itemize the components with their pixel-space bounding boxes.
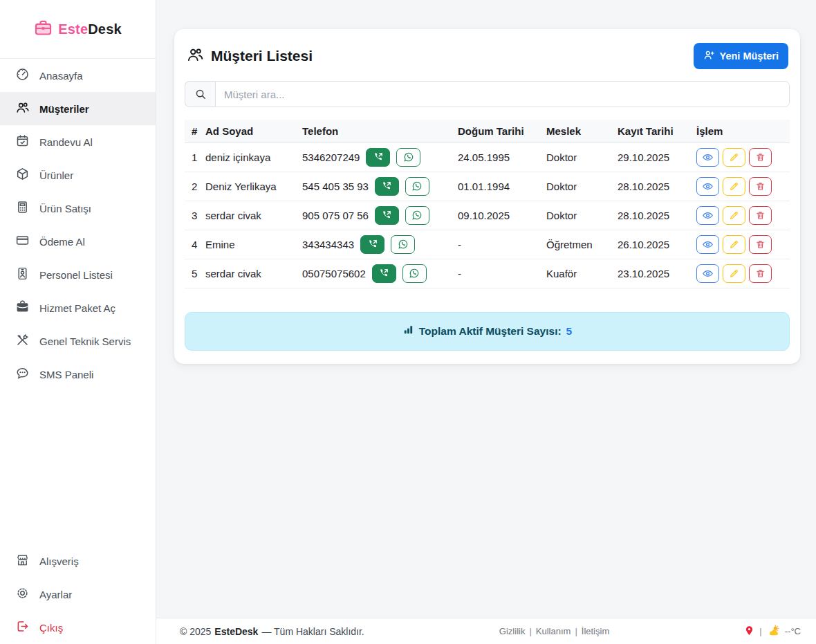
delete-button[interactable] <box>749 206 772 225</box>
app-title: EsteDesk <box>58 21 122 37</box>
column-header-birth: Doğum Tarihi <box>458 120 546 142</box>
edit-button[interactable] <box>723 148 745 167</box>
sidebar-item-label: Ödeme Al <box>39 236 85 248</box>
customer-birth-date: - <box>458 259 546 288</box>
new-customer-button-label: Yeni Müşteri <box>720 50 779 62</box>
footer-link-kullanim[interactable]: Kullanım <box>536 626 571 636</box>
edit-button[interactable] <box>723 206 745 225</box>
delete-button[interactable] <box>749 148 772 167</box>
delete-button[interactable] <box>749 177 772 196</box>
call-button[interactable] <box>366 148 390 167</box>
sidebar-item-genel-teknik-servis[interactable]: Genel Teknik Servis <box>0 324 156 358</box>
customer-phone: 545 405 35 93 <box>302 181 369 192</box>
edit-button[interactable] <box>723 235 745 254</box>
view-button[interactable] <box>696 206 719 225</box>
row-number: 2 <box>185 172 205 201</box>
view-button[interactable] <box>696 264 719 283</box>
bar-chart-icon <box>402 324 414 338</box>
whatsapp-button[interactable] <box>405 177 429 196</box>
location-pin-icon[interactable] <box>744 625 754 638</box>
logout-icon <box>15 619 30 636</box>
delete-button[interactable] <box>749 235 772 254</box>
sidebar-item-urunler[interactable]: Ürünler <box>0 158 156 192</box>
sidebar-item-label: Genel Teknik Servis <box>39 335 131 347</box>
edit-button[interactable] <box>723 177 745 196</box>
footer-brand: EsteDesk <box>214 626 258 637</box>
call-button[interactable] <box>375 177 399 196</box>
sidebar-item-personel-listesi[interactable]: Personel Listesi <box>0 258 156 291</box>
customer-job: Doktor <box>546 201 618 230</box>
sidebar-item-musteriler[interactable]: Müşteriler <box>0 92 156 125</box>
sidebar-item-label: Ürünler <box>39 169 73 181</box>
chat-dots-icon <box>15 366 30 383</box>
briefcase-logo-icon <box>34 19 53 40</box>
table-row: 5 serdar civak 05075075602 - Kuaför 23.1… <box>185 259 790 288</box>
customer-register-date: 23.10.2025 <box>618 259 696 288</box>
search-input[interactable] <box>215 81 790 107</box>
separator: | <box>575 626 577 636</box>
whatsapp-button[interactable] <box>402 264 427 283</box>
row-number: 4 <box>185 230 205 259</box>
copyright-prefix: © 2025 <box>180 626 211 637</box>
sidebar-item-label: Ürün Satışı <box>39 203 91 214</box>
separator: | <box>529 626 531 636</box>
gear-icon <box>15 586 30 602</box>
sidebar-item-label: Müşteriler <box>39 103 89 115</box>
view-button[interactable] <box>696 235 719 254</box>
delete-button[interactable] <box>749 264 772 283</box>
call-button[interactable] <box>375 206 399 225</box>
main-area: Müşteri Listesi Yeni Müşteri # <box>156 0 816 644</box>
sidebar-item-alisveris[interactable]: Alışveriş <box>0 544 156 578</box>
customer-job: Kuaför <box>546 259 618 288</box>
whatsapp-button[interactable] <box>396 148 420 167</box>
active-customer-summary: Toplam Aktif Müşteri Sayısı: 5 <box>185 312 790 351</box>
temperature-label: --°C <box>785 626 801 636</box>
sidebar-item-hizmet-paket-ac[interactable]: Hizmet Paket Aç <box>0 291 156 324</box>
sidebar-item-cikis[interactable]: Çıkış <box>0 611 156 644</box>
view-button[interactable] <box>696 148 719 167</box>
call-button[interactable] <box>372 264 396 283</box>
app-logo[interactable]: EsteDesk <box>0 0 156 59</box>
sun-cloud-icon <box>767 624 780 639</box>
sidebar-item-label: Randevu Al <box>39 136 93 148</box>
column-header-num: # <box>185 120 205 142</box>
customer-list-card: Müşteri Listesi Yeni Müşteri # <box>174 29 800 364</box>
copyright-suffix: — Tüm Hakları Saklıdır. <box>261 626 364 637</box>
customer-phone-cell: 905 075 07 56 <box>302 201 458 230</box>
edit-button[interactable] <box>723 264 745 283</box>
calendar-check-icon <box>15 134 30 150</box>
table-row: 4 Emine 343434343 - Öğretmen 26.10.2025 <box>185 230 790 259</box>
table-row: 2 Deniz Yerlikaya 545 405 35 93 01.01.19… <box>185 172 790 201</box>
row-actions-cell <box>696 259 790 288</box>
sidebar-item-anasayfa[interactable]: Anasayfa <box>0 59 156 92</box>
shop-icon <box>15 553 30 569</box>
customer-phone-cell: 05075075602 <box>302 259 458 288</box>
people-icon <box>186 46 204 66</box>
column-header-actions: İşlem <box>696 120 790 142</box>
sidebar-item-urun-satisi[interactable]: Ürün Satışı <box>0 192 156 225</box>
sidebar-item-randevu-al[interactable]: Randevu Al <box>0 125 156 158</box>
footer-link-iletisim[interactable]: İletişim <box>582 626 609 636</box>
row-number: 1 <box>185 142 205 172</box>
customer-job: Öğretmen <box>546 230 618 259</box>
sidebar-nav: Anasayfa Müşteriler Randevu Al Ürünler Ü… <box>0 59 156 391</box>
sidebar-item-odeme-al[interactable]: Ödeme Al <box>0 225 156 258</box>
person-badge-icon <box>15 266 30 283</box>
footer: © 2025 EsteDesk — Tüm Hakları Saklıdır. … <box>156 618 816 644</box>
new-customer-button[interactable]: Yeni Müşteri <box>694 43 788 69</box>
call-button[interactable] <box>360 235 384 254</box>
whatsapp-button[interactable] <box>405 206 429 225</box>
customer-job: Doktor <box>546 172 618 201</box>
sidebar-item-ayarlar[interactable]: Ayarlar <box>0 578 156 611</box>
customer-phone: 905 075 07 56 <box>302 210 369 221</box>
customer-phone-cell: 343434343 <box>302 230 458 259</box>
row-actions-cell <box>696 172 790 201</box>
page-title: Müşteri Listesi <box>211 48 313 64</box>
view-button[interactable] <box>696 177 719 196</box>
whatsapp-button[interactable] <box>391 235 415 254</box>
table-row: 1 deniz içinkaya 5346207249 24.05.1995 D… <box>185 142 790 172</box>
credit-card-icon <box>15 233 30 250</box>
customer-register-date: 28.10.2025 <box>618 172 696 201</box>
footer-link-gizlilik[interactable]: Gizlilik <box>499 626 526 636</box>
sidebar-item-sms-paneli[interactable]: SMS Paneli <box>0 358 156 391</box>
